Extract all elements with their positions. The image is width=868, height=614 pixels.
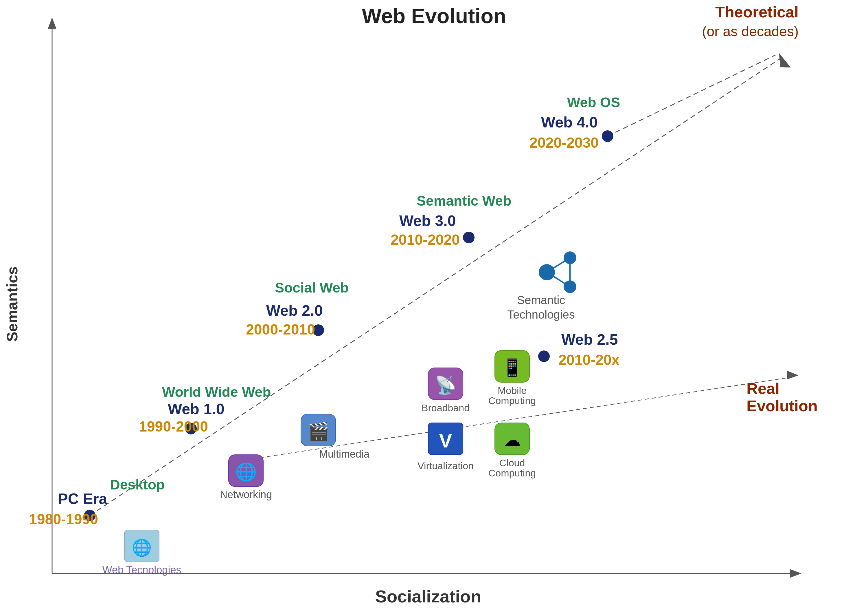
svg-text:Theoretical: Theoretical	[715, 3, 798, 20]
svg-text:Social Web: Social Web	[275, 280, 349, 295]
svg-text:Semantic: Semantic	[517, 294, 565, 306]
svg-marker-7	[787, 371, 798, 379]
svg-text:🌐: 🌐	[235, 462, 257, 482]
svg-text:2020-2030: 2020-2030	[530, 135, 598, 151]
svg-text:Web 3.0: Web 3.0	[399, 212, 456, 229]
svg-point-12	[538, 350, 550, 362]
svg-text:1990-2000: 1990-2000	[139, 418, 208, 435]
svg-text:🌐: 🌐	[132, 538, 152, 557]
svg-text:2010-2020: 2010-2020	[391, 232, 460, 248]
svg-text:Networking: Networking	[220, 489, 272, 501]
svg-point-14	[602, 131, 614, 142]
svg-text:Evolution: Evolution	[747, 397, 818, 415]
svg-text:Web 4.0: Web 4.0	[541, 114, 598, 131]
svg-text:(or as decades): (or as decades)	[702, 24, 799, 39]
svg-text:Mobile: Mobile	[498, 385, 527, 396]
svg-text:World Wide Web: World Wide Web	[162, 384, 271, 399]
svg-text:Multimedia: Multimedia	[319, 448, 370, 460]
chart-container: Semantics Socialization Web Evolution Th…	[0, 0, 868, 614]
svg-text:Semantics: Semantics	[4, 266, 20, 342]
svg-marker-3	[790, 569, 801, 578]
svg-text:Desktop: Desktop	[110, 477, 164, 492]
svg-text:Web 1.0: Web 1.0	[168, 401, 225, 417]
svg-text:PC Era: PC Era	[58, 490, 108, 507]
svg-text:Cloud: Cloud	[499, 457, 525, 468]
svg-text:Broadband: Broadband	[422, 402, 470, 413]
svg-text:Computing: Computing	[488, 468, 536, 479]
svg-text:Semantic Web: Semantic Web	[417, 193, 511, 208]
svg-text:2010-20x: 2010-20x	[558, 352, 620, 368]
svg-text:☁: ☁	[504, 431, 521, 450]
svg-text:2000-2010: 2000-2010	[246, 322, 315, 338]
svg-marker-1	[48, 17, 56, 29]
svg-text:Virtualization: Virtualization	[417, 460, 474, 471]
svg-text:Web 2.5: Web 2.5	[561, 331, 618, 348]
svg-text:Computing: Computing	[488, 395, 536, 406]
svg-text:Technologies: Technologies	[507, 308, 575, 321]
svg-text:Web Tecnologies: Web Tecnologies	[102, 564, 181, 576]
svg-text:🎬: 🎬	[308, 421, 329, 441]
svg-text:1980-1990: 1980-1990	[29, 511, 98, 527]
svg-line-8	[608, 55, 775, 136]
svg-point-13	[463, 232, 474, 243]
svg-marker-5	[773, 53, 794, 72]
svg-text:V: V	[439, 429, 452, 452]
svg-text:📱: 📱	[501, 358, 523, 378]
svg-text:Socialization: Socialization	[375, 587, 482, 606]
svg-text:📡: 📡	[435, 375, 457, 395]
svg-text:Web Evolution: Web Evolution	[362, 4, 506, 28]
svg-text:Real: Real	[747, 380, 780, 397]
svg-text:Web OS: Web OS	[567, 95, 620, 110]
svg-text:Web 2.0: Web 2.0	[266, 302, 323, 319]
